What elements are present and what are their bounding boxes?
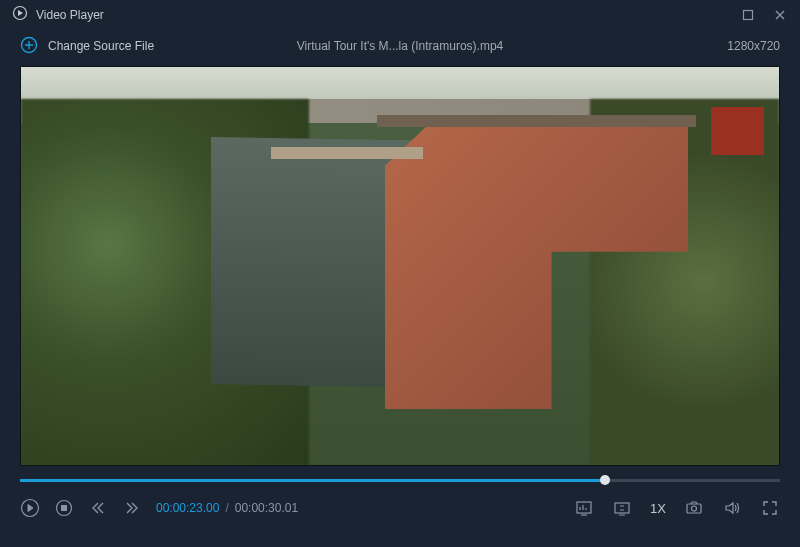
play-button[interactable] <box>20 498 40 518</box>
app-icon <box>12 5 28 25</box>
progress-fill <box>20 479 605 482</box>
volume-button[interactable] <box>722 498 742 518</box>
svg-rect-1 <box>744 11 753 20</box>
subtitle-button[interactable] <box>612 498 632 518</box>
app-title: Video Player <box>36 8 104 22</box>
titlebar: Video Player <box>0 0 800 30</box>
controls-right: 1X <box>574 498 780 518</box>
snapshot-button[interactable] <box>684 498 704 518</box>
stop-button[interactable] <box>54 498 74 518</box>
fullscreen-button[interactable] <box>760 498 780 518</box>
progress-bar[interactable] <box>20 476 780 486</box>
subheader: Change Source File Virtual Tour It's M..… <box>0 30 800 62</box>
video-viewport[interactable] <box>20 66 780 466</box>
frame-back-button[interactable] <box>88 498 108 518</box>
speed-button[interactable]: 1X <box>650 501 666 516</box>
video-frame <box>21 67 779 465</box>
progress-handle[interactable] <box>600 475 610 485</box>
time-separator: / <box>225 501 228 515</box>
titlebar-left: Video Player <box>12 5 104 25</box>
close-button[interactable] <box>772 7 788 23</box>
maximize-button[interactable] <box>740 7 756 23</box>
analytics-button[interactable] <box>574 498 594 518</box>
svg-rect-7 <box>615 503 629 513</box>
filename-label: Virtual Tour It's M...la (Intramuros).mp… <box>297 39 504 53</box>
plus-icon <box>20 36 38 57</box>
resolution-label: 1280x720 <box>727 39 780 53</box>
total-time: 00:00:30.01 <box>235 501 298 515</box>
change-source-label: Change Source File <box>48 39 154 53</box>
svg-rect-5 <box>62 506 67 511</box>
svg-rect-6 <box>577 502 591 513</box>
svg-point-9 <box>692 506 697 511</box>
svg-rect-8 <box>687 504 701 513</box>
frame-forward-button[interactable] <box>122 498 142 518</box>
controls-bar: 00:00:23.00 / 00:00:30.01 1X <box>0 486 800 530</box>
current-time: 00:00:23.00 <box>156 501 219 515</box>
window-controls <box>740 7 788 23</box>
change-source-button[interactable]: Change Source File <box>20 36 154 57</box>
